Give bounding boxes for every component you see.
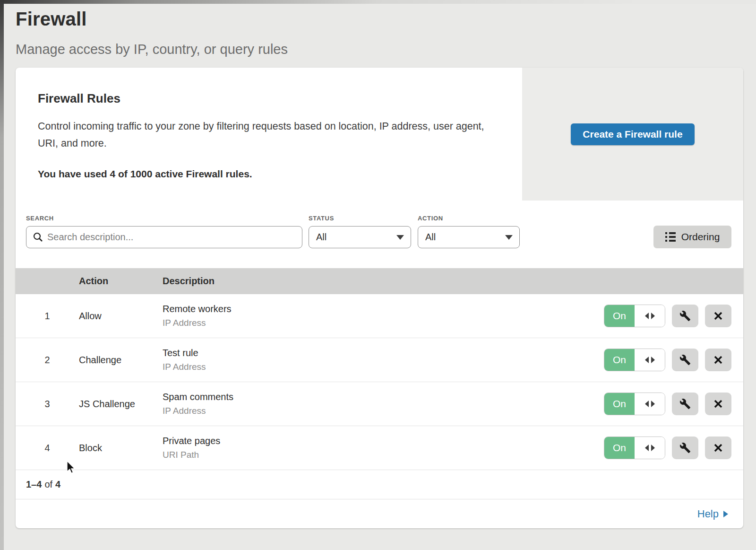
- card-footer: Help: [16, 499, 743, 528]
- wrench-icon: [679, 310, 691, 322]
- table-row: 1 Allow Remote workers IP Address On: [16, 294, 743, 338]
- rule-match-field: IP Address: [163, 406, 604, 416]
- search-input[interactable]: [26, 226, 302, 248]
- rule-enabled-toggle[interactable]: On: [604, 393, 665, 415]
- edit-rule-button[interactable]: [672, 349, 698, 371]
- rule-description: Remote workers: [163, 304, 604, 314]
- rule-enabled-toggle[interactable]: On: [604, 437, 665, 459]
- rule-controls: On: [604, 305, 731, 327]
- card-heading: Firewall Rules: [38, 91, 503, 106]
- page-subtitle: Manage access by IP, country, or query r…: [16, 40, 756, 58]
- rule-priority: 2: [16, 355, 79, 366]
- table-row: 4 Block Private pages URI Path On: [16, 426, 743, 470]
- status-selected-value: All: [316, 232, 326, 243]
- search-field: SEARCH: [26, 215, 302, 248]
- help-link[interactable]: Help: [697, 508, 728, 520]
- rule-controls: On: [604, 393, 731, 415]
- rules-info: Firewall Rules Control incoming traffic …: [16, 68, 522, 201]
- delete-rule-button[interactable]: [705, 349, 731, 371]
- page-title: Firewall: [16, 8, 756, 30]
- toggle-arrows-icon: [635, 393, 665, 415]
- ordering-list-icon: [665, 232, 676, 242]
- ordering-button[interactable]: Ordering: [653, 226, 731, 248]
- wrench-icon: [679, 354, 691, 366]
- edit-rule-button[interactable]: [672, 437, 698, 459]
- card-description: Control incoming traffic to your zone by…: [38, 118, 487, 152]
- action-selected-value: All: [425, 232, 436, 243]
- rule-controls: On: [604, 349, 731, 371]
- table-row: 2 Challenge Test rule IP Address On: [16, 338, 743, 382]
- create-firewall-rule-button[interactable]: Create a Firewall rule: [571, 123, 694, 145]
- rule-match-field: IP Address: [163, 362, 604, 372]
- toggle-on-label: On: [604, 393, 635, 415]
- ordering-label: Ordering: [681, 231, 720, 243]
- rule-description-cell: Private pages URI Path: [163, 436, 604, 460]
- rule-description: Test rule: [163, 348, 604, 358]
- rule-action: Allow: [79, 311, 163, 322]
- status-select[interactable]: All: [309, 226, 411, 248]
- edit-rule-button[interactable]: [672, 393, 698, 415]
- rule-description-cell: Spam comments IP Address: [163, 392, 604, 416]
- delete-rule-button[interactable]: [705, 305, 731, 327]
- action-field: ACTION All: [418, 215, 520, 248]
- toggle-arrows-icon: [635, 437, 665, 459]
- delete-rule-button[interactable]: [705, 393, 731, 415]
- wrench-icon: [679, 398, 691, 410]
- search-input-wrap: [26, 226, 302, 248]
- toggle-on-label: On: [604, 437, 635, 459]
- status-label: STATUS: [309, 215, 411, 222]
- window-edge-top: [0, 0, 756, 4]
- chevron-down-icon: [505, 235, 513, 240]
- toggle-on-label: On: [604, 305, 635, 327]
- close-icon: [713, 399, 723, 409]
- toggle-arrows-icon: [635, 305, 665, 327]
- table-header: Action Description: [16, 268, 743, 294]
- table-row: 3 JS Challenge Spam comments IP Address …: [16, 382, 743, 426]
- delete-rule-button[interactable]: [705, 437, 731, 459]
- column-header-description: Description: [163, 276, 743, 287]
- rule-match-field: IP Address: [163, 318, 604, 328]
- pagination-of: of: [44, 479, 52, 490]
- chevron-down-icon: [396, 235, 404, 240]
- rule-priority: 3: [16, 399, 79, 410]
- toggle-arrows-icon: [635, 349, 665, 371]
- card-top-section: Firewall Rules Control incoming traffic …: [16, 68, 743, 201]
- page-header: Firewall Manage access by IP, country, o…: [0, 0, 756, 58]
- rule-priority: 4: [16, 443, 79, 454]
- pagination: 1–4 of 4: [16, 470, 743, 499]
- column-header-action: Action: [79, 276, 163, 287]
- rule-description-cell: Test rule IP Address: [163, 348, 604, 372]
- rule-description: Private pages: [163, 436, 604, 446]
- status-field: STATUS All: [309, 215, 411, 248]
- rule-priority: 1: [16, 311, 79, 322]
- close-icon: [713, 311, 723, 321]
- action-select[interactable]: All: [418, 226, 520, 248]
- window-edge-left: [0, 0, 4, 550]
- close-icon: [713, 355, 723, 365]
- toggle-on-label: On: [604, 349, 635, 371]
- help-arrow-icon: [723, 511, 728, 517]
- search-label: SEARCH: [26, 215, 302, 222]
- usage-note: You have used 4 of 1000 active Firewall …: [38, 168, 503, 180]
- rule-description-cell: Remote workers IP Address: [163, 304, 604, 328]
- close-icon: [713, 443, 723, 453]
- rule-action: Challenge: [79, 355, 163, 366]
- action-label: ACTION: [418, 215, 520, 222]
- filter-bar: SEARCH STATUS All ACTION All: [16, 201, 743, 268]
- rule-action: Block: [79, 443, 163, 454]
- wrench-icon: [679, 442, 691, 454]
- rule-action: JS Challenge: [79, 399, 163, 410]
- help-label: Help: [697, 508, 719, 520]
- pagination-range: 1–4: [26, 479, 42, 490]
- rule-match-field: URI Path: [163, 450, 604, 460]
- firewall-rules-card: Firewall Rules Control incoming traffic …: [16, 68, 743, 528]
- create-rule-panel: Create a Firewall rule: [522, 68, 743, 201]
- rule-description: Spam comments: [163, 392, 604, 402]
- pagination-total: 4: [55, 479, 60, 490]
- search-icon: [33, 232, 43, 243]
- rule-enabled-toggle[interactable]: On: [604, 305, 665, 327]
- rule-controls: On: [604, 437, 731, 459]
- rule-enabled-toggle[interactable]: On: [604, 349, 665, 371]
- edit-rule-button[interactable]: [672, 305, 698, 327]
